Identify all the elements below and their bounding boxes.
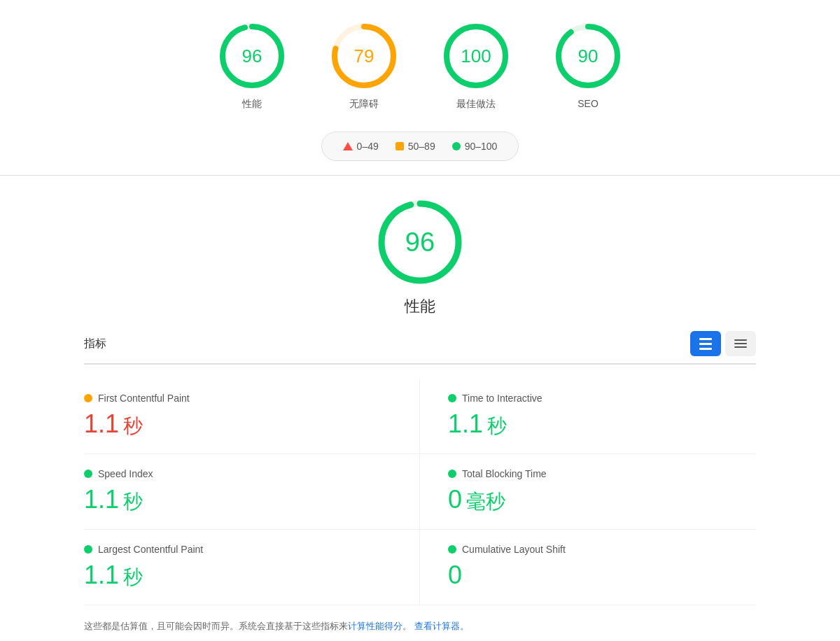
metric-cls: Cumulative Layout Shift 0 [420,530,756,605]
metric-lcp-name: Largest Contentful Paint [98,544,203,555]
score-label-best-practices: 最佳做法 [456,98,496,111]
metric-fcp: First Contentful Paint 1.1 秒 [84,379,420,454]
footer-text2: 。 [402,621,412,631]
footer-note: 这些都是估算值，且可能会因时而异。系统会直接基于这些指标来计算性能得分。 查看计… [84,619,756,634]
score-label-seo: SEO [578,98,598,109]
metric-fcp-dot [84,394,92,402]
metrics-title: 指标 [84,337,106,351]
score-label-accessibility: 无障碍 [349,98,379,111]
score-value-accessibility: 79 [354,45,374,67]
view-toggle [690,331,756,356]
metric-tti-value: 1.1 秒 [448,409,749,439]
metric-cls-number: 0 [448,561,462,590]
metric-lcp: Largest Contentful Paint 1.1 秒 [84,530,420,605]
metric-tbt-dot [448,470,456,478]
score-value-best-practices: 100 [461,45,491,67]
toggle-list-btn[interactable] [690,331,721,356]
legend-red: 0–49 [343,141,379,152]
metric-fcp-unit: 秒 [123,413,143,439]
footer-link1[interactable]: 计算性能得分 [348,621,402,631]
metric-fcp-name: First Contentful Paint [98,393,190,404]
legend-orange-label: 50–89 [408,141,435,152]
gauge-performance: 96 [217,21,287,91]
metric-lcp-value: 1.1 秒 [84,561,391,591]
metric-tbt-value: 0 毫秒 [448,485,749,515]
metric-tti-name: Time to Interactive [462,393,542,404]
hline1 [734,339,747,341]
score-item-best-practices: 100 最佳做法 [441,21,511,111]
legend-red-label: 0–49 [357,141,379,152]
metric-tti: Time to Interactive 1.1 秒 [420,379,756,454]
metric-fcp-value: 1.1 秒 [84,409,391,439]
gauge-best-practices: 100 [441,21,511,91]
toggle-grid-btn[interactable] [725,331,756,356]
footer-link2[interactable]: 查看计算器。 [414,621,469,631]
metric-si-value: 1.1 秒 [84,485,391,515]
line2 [699,343,712,345]
metric-tbt: Total Blocking Time 0 毫秒 [420,454,756,530]
main-performance-gauge: 96 性能 [84,197,756,317]
large-gauge: 96 [374,197,465,288]
metric-si-number: 1.1 [84,485,119,514]
metric-tbt-unit: 毫秒 [466,488,505,515]
metric-si-name: Speed Index [98,468,153,479]
metric-lcp-header: Largest Contentful Paint [84,544,391,555]
metric-tbt-name: Total Blocking Time [462,468,547,479]
metric-si-dot [84,470,92,478]
score-value-performance: 96 [242,45,262,67]
line3 [699,348,712,350]
hline3 [734,346,747,348]
metric-tti-dot [448,394,456,402]
top-section: 96 性能 79 无障碍 100 最佳 [0,0,840,176]
metric-si: Speed Index 1.1 秒 [84,454,420,530]
legend-green: 90–100 [452,141,498,152]
gauge-seo: 90 [553,21,623,91]
main-score-label: 性能 [405,296,435,317]
main-section: 96 性能 指标 [0,176,840,641]
line1 [699,338,712,340]
metric-si-header: Speed Index [84,468,391,479]
metric-cls-name: Cumulative Layout Shift [462,544,566,555]
score-item-accessibility: 79 无障碍 [329,21,399,111]
grid-icon [734,339,747,348]
score-label-performance: 性能 [242,98,262,111]
metric-tti-unit: 秒 [487,413,507,439]
metric-cls-dot [448,545,456,554]
red-triangle-icon [343,142,353,150]
metric-fcp-header: First Contentful Paint [84,393,391,404]
list-icon [699,338,712,350]
metric-lcp-unit: 秒 [123,564,143,591]
legend-orange: 50–89 [396,141,435,152]
orange-square-icon [396,142,404,150]
main-score-value: 96 [405,227,435,258]
metric-si-unit: 秒 [123,488,143,515]
metric-tti-number: 1.1 [448,409,483,439]
green-circle-icon [452,142,461,150]
scores-row: 96 性能 79 无障碍 100 最佳 [14,21,826,111]
gauge-accessibility: 79 [329,21,399,91]
metric-lcp-number: 1.1 [84,561,119,590]
legend-green-label: 90–100 [465,141,498,152]
metrics-grid: First Contentful Paint 1.1 秒 Time to Int… [84,379,756,605]
metric-cls-value: 0 [448,561,749,590]
metrics-header: 指标 [84,331,756,365]
metric-cls-header: Cumulative Layout Shift [448,544,749,555]
metric-tbt-number: 0 [448,485,462,514]
footer-text1: 这些都是估算值，且可能会因时而异。系统会直接基于这些指标来 [84,621,348,631]
hline2 [734,343,747,344]
metric-lcp-dot [84,545,92,554]
metric-tbt-header: Total Blocking Time [448,468,749,479]
score-value-seo: 90 [578,45,598,67]
score-item-performance: 96 性能 [217,21,287,111]
score-item-seo: 90 SEO [553,21,623,111]
legend-bar: 0–49 50–89 90–100 [321,132,519,161]
metric-fcp-number: 1.1 [84,409,119,439]
metric-tti-header: Time to Interactive [448,393,749,404]
